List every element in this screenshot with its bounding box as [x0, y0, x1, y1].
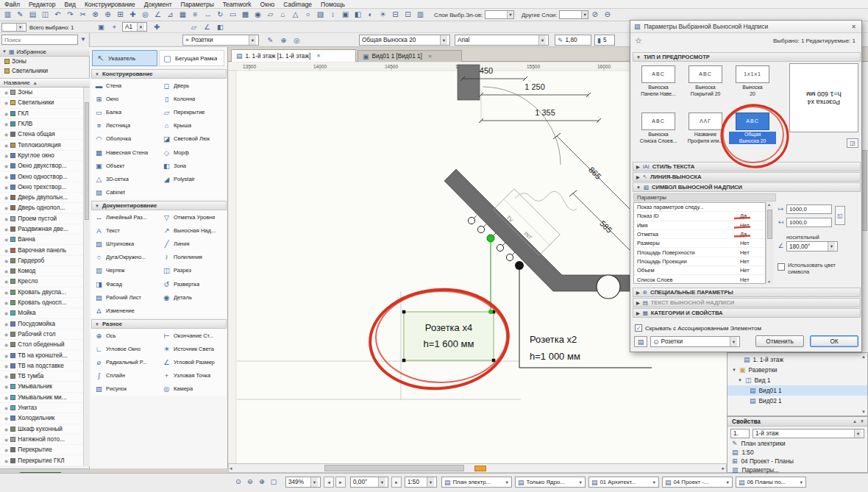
tool-item[interactable]: ▨ Штриховка: [91, 237, 159, 250]
tool-item[interactable]: ∫ Сплайн: [91, 369, 159, 382]
list-item[interactable]: ◉ Зоны: [0, 88, 83, 98]
parameters-button[interactable]: ▥ Параметры...: [732, 466, 779, 474]
redo-icon[interactable]: ↷: [64, 10, 77, 20]
tool-item[interactable]: ⊞ Окно: [91, 92, 159, 105]
circle-icon[interactable]: ○: [302, 10, 314, 20]
section-categories[interactable]: ▶ ▦ КАТЕГОРИИ И СВОЙСТВА: [633, 308, 861, 318]
toolbox-section-design[interactable]: ▼ Конструирование: [91, 69, 227, 79]
eye-icon[interactable]: ◉: [4, 143, 8, 148]
tool-item[interactable]: + Узловая Точка: [159, 369, 227, 382]
tool-item[interactable]: Δ Изменение: [91, 304, 159, 317]
nav-item-elevations[interactable]: ▼ ▣ Развертки: [728, 365, 867, 375]
3d-view-icon[interactable]: △: [289, 10, 302, 20]
fill-icon[interactable]: ▨: [314, 10, 327, 20]
Площадь Поверхности[interactable]: Площадь Поверхности Нет: [634, 248, 765, 257]
previous-view-button[interactable]: ◂: [324, 477, 334, 488]
section-special-params[interactable]: ▶ ⊛ СПЕЦИАЛЬНЫЕ ПАРАМЕТРЫ: [633, 288, 861, 297]
scroll-origin-marker[interactable]: [474, 466, 486, 471]
nav-item-view1[interactable]: ▼ ◫ Вид 1: [728, 375, 867, 385]
menu-item[interactable]: Окно: [256, 0, 280, 9]
eye-icon[interactable]: ◉: [4, 279, 8, 284]
scroll-up-icon[interactable]: ▲: [767, 202, 771, 207]
guide-lines-icon[interactable]: ⊿: [164, 10, 177, 20]
tool-item[interactable]: ◇ Морф: [159, 146, 227, 159]
list-item[interactable]: ◉ Умывальник ми...: [0, 393, 83, 403]
favorite-item[interactable]: Светильники: [0, 66, 90, 76]
split-icon[interactable]: ⊗: [89, 10, 102, 20]
property-row-layerset[interactable]: ⊞ 04 Проект - Планы: [732, 457, 794, 465]
tool-item[interactable]: ☀ Источник Света: [159, 342, 227, 355]
hide-with-element-checkbox[interactable]: ✓: [635, 324, 642, 332]
property-row-penset[interactable]: ✎ План электрики: [732, 440, 786, 447]
tool-item[interactable]: ◻ Дверь: [159, 79, 227, 92]
hatch-icon[interactable]: ▩: [239, 10, 252, 20]
tool-item[interactable]: ▦ Навесная Стена: [91, 146, 159, 159]
Показ параметров следу...[interactable]: Показ параметров следу...: [634, 203, 765, 212]
close-icon[interactable]: ✕: [316, 53, 321, 59]
tool-item[interactable]: ▯ Колонна: [159, 92, 227, 105]
section-label-text[interactable]: ▶ ▤ ТЕКСТ ВЫНОСНОЙ НАДПИСИ: [633, 298, 861, 307]
hotspot-icon[interactable]: ◉: [252, 10, 264, 20]
tool-item[interactable]: ◠ Оболочка: [91, 132, 159, 146]
adjust-icon[interactable]: ⊕: [102, 10, 114, 20]
menu-item[interactable]: Вид: [60, 0, 80, 9]
next-view-button[interactable]: ▸: [335, 477, 346, 488]
Имя[interactable]: Имя Нет: [634, 221, 765, 230]
tool-item[interactable]: ≀ Полилиния: [159, 251, 227, 264]
scroll-up-icon[interactable]: ▲: [861, 354, 866, 359]
label-type-item[interactable]: ABC Выноска Панели Наве...: [635, 63, 682, 109]
favorites-star-icon[interactable]: ☆: [635, 36, 642, 46]
list-item[interactable]: ◉ Посудомойка: [0, 319, 83, 329]
list-item[interactable]: ◉ Холодильник: [0, 413, 83, 424]
scroll-down-icon[interactable]: ▼: [767, 279, 771, 284]
open-project-icon[interactable]: ▤: [26, 10, 39, 20]
cut-icon[interactable]: ✂: [77, 10, 89, 20]
eye-icon[interactable]: ◉: [4, 132, 8, 137]
eye-icon[interactable]: ◉: [4, 437, 8, 442]
use-symbol-color-checkbox[interactable]: [778, 263, 785, 271]
angle-method-icon[interactable]: ∠: [202, 22, 213, 32]
horizontal-scrollbar[interactable]: ◂ ▸: [228, 463, 727, 473]
list-item[interactable]: ◉ Шкаф кухонный: [0, 424, 83, 435]
rotate-preview-icon[interactable]: ◲: [847, 138, 858, 148]
zone-icon[interactable]: ◧: [352, 10, 364, 20]
tool-item[interactable]: ∠ Угловой Размер: [159, 355, 227, 368]
sun-icon[interactable]: ☀: [377, 10, 389, 20]
layers-icon[interactable]: ▦: [177, 10, 189, 20]
eye-icon[interactable]: ◉: [4, 185, 8, 190]
tool-item[interactable]: ◧ Зона: [159, 159, 227, 172]
label-type-item[interactable]: ABC Выноска Списка Слоев...: [635, 110, 682, 156]
favorite-item[interactable]: Зоны: [0, 57, 90, 66]
tool-item[interactable]: ▧ Рисунок: [91, 382, 159, 396]
list-item[interactable]: ◉ ГКЛВ: [0, 119, 83, 129]
eye-icon[interactable]: ◉: [4, 163, 8, 168]
origin-icon[interactable]: ◎: [139, 10, 152, 20]
Показ ID[interactable]: Показ ID Да: [634, 212, 765, 221]
rotate-icon[interactable]: ↻: [214, 10, 227, 20]
symbol-height-field[interactable]: 1000,0: [786, 218, 832, 227]
angle-combo[interactable]: 180,00°▼: [786, 241, 838, 252]
save-project-icon[interactable]: ◫: [39, 10, 51, 20]
section-type-preview[interactable]: ▼ ТИП И ПРЕДПРОСМОТР: [633, 52, 861, 62]
tool-item[interactable]: ○ Дуга/Окружно...: [91, 251, 159, 264]
label-type-item-selected[interactable]: ABC Общая Выноска 20: [729, 110, 776, 156]
tool-item[interactable]: ▤ Cabinet: [91, 186, 159, 199]
list-item[interactable]: ◉ Умывальник: [0, 382, 83, 392]
Список Слоев[interactable]: Список Слоев Нет: [634, 275, 765, 284]
eye-icon[interactable]: ◉: [4, 395, 8, 400]
mirror-icon[interactable]: ↔: [202, 10, 214, 20]
properties-header[interactable]: Свойства ▲ ▼: [728, 417, 867, 427]
menu-item[interactable]: Teamwork: [218, 0, 256, 9]
eye-icon[interactable]: ◉: [4, 248, 8, 253]
list-item[interactable]: ◉ Круглое окно: [0, 151, 83, 161]
eye-icon[interactable]: ◉: [4, 195, 8, 200]
params-scrollbar[interactable]: ▲ ▼: [766, 202, 773, 284]
font-combo[interactable]: Arial▼: [455, 35, 549, 46]
tool-item[interactable]: ▬ Стена: [91, 79, 159, 92]
eye-icon[interactable]: ◉: [4, 227, 8, 232]
eye-icon[interactable]: ◉: [4, 205, 8, 210]
camera-icon[interactable]: ◐: [364, 10, 377, 20]
statusbar-combo[interactable]: ▤ 04 Проект -... ▼: [662, 477, 733, 488]
list-item[interactable]: ◉ ТВ на кронштей...: [0, 350, 83, 360]
eye-icon[interactable]: ◉: [4, 321, 8, 327]
